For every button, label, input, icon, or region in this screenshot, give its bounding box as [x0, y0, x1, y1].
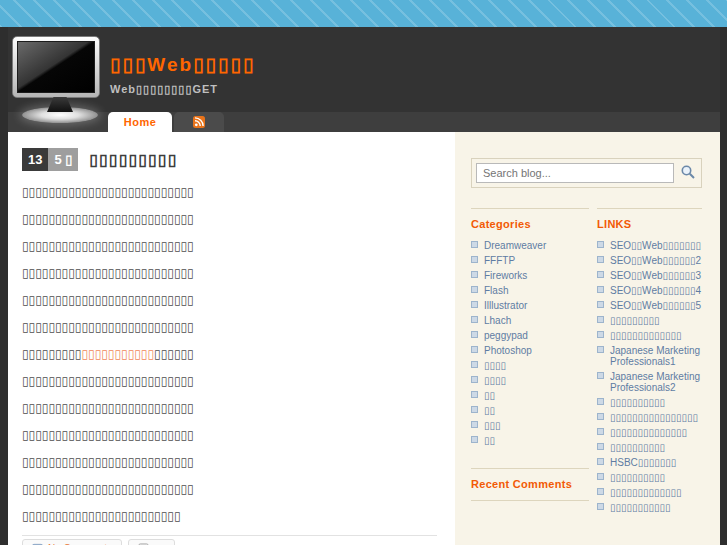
link-item[interactable]: ▯▯▯▯▯▯▯▯▯▯▯▯▯▯▯▯ [597, 412, 702, 423]
search-input[interactable] [476, 163, 674, 183]
folder-bullet-icon [471, 376, 478, 383]
link-item[interactable]: ▯▯▯▯▯▯▯▯▯ [597, 315, 702, 326]
comments-link[interactable]: No Comments [22, 539, 122, 545]
category-item[interactable]: Photoshop [471, 345, 589, 356]
sidebar: Categories Dreamweaver FFFTP Fireworks F… [455, 132, 720, 545]
post-body-line: ▯▯▯▯▯▯▯▯▯▯▯▯▯▯▯▯▯▯▯▯▯▯▯▯▯▯ [22, 287, 437, 314]
category-item[interactable]: ▯▯ [471, 405, 589, 416]
link-label: ▯▯▯▯▯▯▯▯▯▯▯▯▯▯ [610, 427, 687, 438]
link-item[interactable]: SEO▯▯Web▯▯▯▯▯▯2 [597, 255, 702, 266]
post-body-line: ▯▯▯▯▯▯▯▯▯▯▯▯▯▯▯▯▯▯▯▯▯▯▯▯▯▯ [22, 368, 437, 395]
link-item[interactable]: ▯▯▯▯▯▯▯▯▯▯ [597, 442, 702, 453]
post-body-line: ▯▯▯▯▯▯▯▯▯▯▯▯▯▯▯▯▯▯▯▯▯▯▯▯▯▯ [22, 449, 437, 476]
category-item[interactable]: Dreamweaver [471, 240, 589, 251]
link-item[interactable]: ▯▯▯▯▯▯▯▯▯▯▯▯▯▯ [597, 427, 702, 438]
category-label: Dreamweaver [484, 240, 546, 251]
search-button[interactable] [679, 164, 697, 182]
folder-bullet-icon [597, 413, 604, 420]
post-body-line: ▯▯▯▯▯▯▯▯▯▯▯▯▯▯▯▯▯▯▯▯▯▯▯▯▯▯ [22, 206, 437, 233]
post-body-line: ▯▯▯▯▯▯▯▯▯▯▯▯▯▯▯▯▯▯▯▯▯▯▯▯▯▯ [22, 179, 437, 206]
category-item[interactable]: Lhach [471, 315, 589, 326]
link-label: ▯▯▯▯▯▯▯▯▯▯▯▯▯ [610, 330, 682, 341]
link-item[interactable]: ▯▯▯▯▯▯▯▯▯▯ [597, 397, 702, 408]
folder-bullet-icon [597, 316, 604, 323]
category-item[interactable]: ▯▯ [471, 435, 589, 446]
folder-bullet-icon [597, 503, 604, 510]
category-label: ▯▯▯▯ [484, 375, 506, 386]
folder-bullet-icon [471, 331, 478, 338]
recent-comments-widget: Recent Comments [471, 468, 589, 501]
link-item[interactable]: ▯▯▯▯▯▯▯▯▯▯ [597, 472, 702, 483]
folder-bullet-icon [471, 316, 478, 323]
categories-heading: Categories [471, 218, 589, 230]
folder-bullet-icon [471, 256, 478, 263]
category-item[interactable]: ▯▯ [471, 390, 589, 401]
recent-comments-heading: Recent Comments [471, 478, 589, 490]
category-item[interactable]: Flash [471, 285, 589, 296]
post-body-line: ▯▯▯▯▯▯▯▯▯▯▯▯▯▯▯▯▯▯▯▯▯▯▯▯▯▯ [22, 395, 437, 422]
category-label: Photoshop [484, 345, 532, 356]
post-body-line: ▯▯▯▯▯▯▯▯▯▯▯▯▯▯▯▯▯▯▯▯▯▯▯▯▯▯ [22, 260, 437, 287]
link-label: Japanese Marketing Professionals2 [610, 371, 702, 393]
link-label: ▯▯▯▯▯▯▯▯▯▯ [610, 442, 665, 453]
category-item[interactable]: ▯▯▯▯ [471, 360, 589, 371]
post-body-line: ▯▯▯▯▯▯▯▯▯▯▯▯▯▯▯▯▯▯▯▯▯▯▯▯▯▯ [22, 476, 437, 503]
folder-bullet-icon [597, 398, 604, 405]
post-tag-link[interactable]: ▯▯ [128, 539, 175, 545]
folder-bullet-icon [597, 428, 604, 435]
category-label: ▯▯▯ [484, 420, 501, 431]
tab-rss[interactable] [174, 112, 224, 132]
link-label: HSBC▯▯▯▯▯▯▯ [610, 457, 676, 468]
folder-bullet-icon [597, 458, 604, 465]
link-label: SEO▯▯Web▯▯▯▯▯▯2 [610, 255, 701, 266]
search-box [471, 158, 702, 188]
link-label: SEO▯▯Web▯▯▯▯▯▯▯ [610, 240, 701, 251]
link-item[interactable]: SEO▯▯Web▯▯▯▯▯▯3 [597, 270, 702, 281]
folder-bullet-icon [597, 372, 604, 379]
link-item[interactable]: ▯▯▯▯▯▯▯▯▯▯▯▯▯ [597, 487, 702, 498]
category-label: Illlustrator [484, 300, 527, 311]
folder-bullet-icon [597, 301, 604, 308]
link-item[interactable]: ▯▯▯▯▯▯▯▯▯▯▯ [597, 502, 702, 513]
link-label: ▯▯▯▯▯▯▯▯▯▯▯▯▯▯▯▯ [610, 412, 698, 423]
site-logo-monitor-icon [12, 36, 108, 123]
content-area: 13 5 ▯ ▯▯▯▯▯▯▯▯▯ ▯▯▯▯▯▯▯▯▯▯▯▯▯▯▯▯▯▯▯▯▯▯▯… [8, 132, 720, 545]
site-tagline: Web▯▯▯▯▯▯▯▯GET [110, 83, 720, 96]
links-heading: LINKS [597, 218, 702, 230]
page-wrapper: ▯▯▯Web▯▯▯▯▯ Web▯▯▯▯▯▯▯▯GET Home [8, 27, 720, 545]
link-label: ▯▯▯▯▯▯▯▯▯▯ [610, 472, 665, 483]
category-item[interactable]: Illlustrator [471, 300, 589, 311]
link-item[interactable]: ▯▯▯▯▯▯▯▯▯▯▯▯▯ [597, 330, 702, 341]
post-date-day: 13 [22, 148, 48, 171]
category-item[interactable]: ▯▯▯ [471, 420, 589, 431]
category-item[interactable]: FFFTP [471, 255, 589, 266]
post-inline-link[interactable]: ▯▯▯▯▯▯▯▯▯▯▯ [81, 347, 154, 361]
link-item[interactable]: SEO▯▯Web▯▯▯▯▯▯4 [597, 285, 702, 296]
link-label: ▯▯▯▯▯▯▯▯▯ [610, 315, 660, 326]
link-item[interactable]: Japanese Marketing Professionals2 [597, 371, 702, 393]
post-title[interactable]: ▯▯▯▯▯▯▯▯▯ [89, 150, 177, 169]
folder-bullet-icon [597, 256, 604, 263]
monitor-frame [12, 36, 100, 98]
link-item[interactable]: Japanese Marketing Professionals1 [597, 345, 702, 367]
top-striped-banner [0, 0, 727, 27]
category-label: Lhach [484, 315, 511, 326]
link-item[interactable]: SEO▯▯Web▯▯▯▯▯▯▯ [597, 240, 702, 251]
folder-bullet-icon [471, 301, 478, 308]
link-line-after: ▯▯▯▯▯▯ [154, 347, 194, 361]
link-item[interactable]: HSBC▯▯▯▯▯▯▯ [597, 457, 702, 468]
recent-comments-separator [471, 500, 589, 501]
link-label: SEO▯▯Web▯▯▯▯▯▯3 [610, 270, 701, 281]
sidebar-widget-columns: Categories Dreamweaver FFFTP Fireworks F… [471, 208, 702, 517]
category-label: ▯▯ [484, 435, 495, 446]
folder-bullet-icon [471, 436, 478, 443]
folder-bullet-icon [597, 271, 604, 278]
sidebar-left-column: Categories Dreamweaver FFFTP Fireworks F… [471, 208, 589, 517]
category-item[interactable]: Fireworks [471, 270, 589, 281]
category-item[interactable]: ▯▯▯▯ [471, 375, 589, 386]
tab-home[interactable]: Home [108, 112, 172, 132]
category-item[interactable]: peggypad [471, 330, 589, 341]
link-item[interactable]: SEO▯▯Web▯▯▯▯▯▯5 [597, 300, 702, 311]
categories-widget: Categories Dreamweaver FFFTP Fireworks F… [471, 208, 589, 446]
category-label: ▯▯ [484, 390, 495, 401]
